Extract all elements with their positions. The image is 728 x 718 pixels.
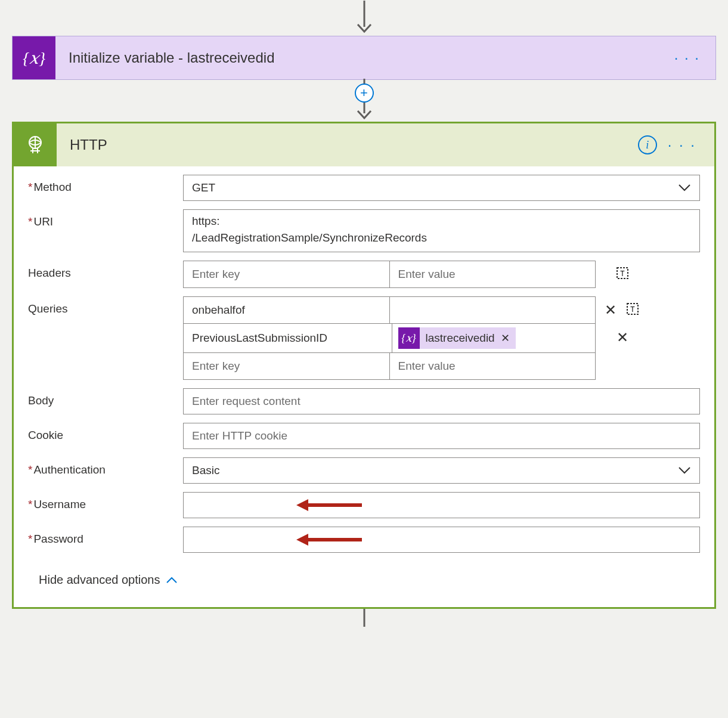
add-step-button[interactable]: +: [355, 83, 374, 103]
headers-text-mode-button[interactable]: T: [615, 265, 630, 284]
password-label: *Password: [28, 527, 183, 546]
flow-connector-bottom: [12, 609, 716, 627]
query2-key-input[interactable]: PreviousLastSubmissionID: [184, 324, 392, 352]
query1-delete-button[interactable]: ✕: [605, 302, 617, 318]
svg-text:T: T: [620, 270, 625, 278]
auth-select[interactable]: Basic: [183, 457, 700, 484]
password-input[interactable]: [183, 527, 700, 553]
method-select[interactable]: GET: [183, 175, 700, 201]
query1-key-input[interactable]: onbehalfof: [184, 297, 389, 323]
headers-table: Enter key Enter value: [183, 261, 596, 288]
cookie-label: Cookie: [28, 423, 183, 442]
queries-text-mode-button[interactable]: T: [625, 301, 640, 320]
step-title: Initialize variable - lastreceivedid: [55, 49, 659, 66]
variable-icon: {𝑥}: [13, 36, 55, 79]
auth-label: *Authentication: [28, 457, 183, 476]
headers-value-input[interactable]: Enter value: [389, 261, 596, 287]
svg-text:T: T: [630, 305, 635, 314]
query3-key-input[interactable]: Enter key: [184, 353, 389, 379]
queries-table: onbehalfof PreviousLastSubmissionID {𝑥} …: [183, 296, 596, 380]
queries-label: Queries: [28, 296, 183, 315]
uri-input[interactable]: https: /LeadRegistrationSample/Synchroni…: [183, 209, 700, 252]
hide-advanced-toggle[interactable]: Hide advanced options: [28, 561, 700, 589]
username-input[interactable]: [183, 492, 700, 518]
token-lastreceivedid[interactable]: {𝑥} lastreceivedid ✕: [398, 327, 516, 349]
http-icon: [14, 123, 57, 166]
query2-delete-button[interactable]: ✕: [617, 329, 628, 346]
body-input[interactable]: [183, 388, 700, 414]
step-menu-button[interactable]: · · ·: [659, 49, 715, 66]
http-title: HTTP: [57, 137, 638, 153]
username-label: *Username: [28, 492, 183, 511]
token-remove-button[interactable]: ✕: [501, 332, 510, 345]
uri-label: *URI: [28, 209, 183, 228]
query1-value-input[interactable]: [389, 297, 596, 323]
query2-value-input[interactable]: {𝑥} lastreceivedid ✕: [392, 324, 596, 352]
flow-connector-top: [12, 0, 716, 36]
step-http: HTTP i · · · *Method GET *URI: [12, 122, 716, 609]
chevron-up-icon: [166, 577, 178, 584]
flow-connector-mid: +: [12, 79, 716, 122]
cookie-input[interactable]: [183, 423, 700, 449]
headers-label: Headers: [28, 261, 183, 280]
step-initialize-variable[interactable]: {𝑥} Initialize variable - lastreceivedid…: [12, 36, 716, 80]
info-icon[interactable]: i: [638, 135, 657, 154]
http-menu-button[interactable]: · · ·: [668, 137, 714, 153]
variable-icon: {𝑥}: [398, 327, 420, 349]
method-label: *Method: [28, 175, 183, 194]
body-label: Body: [28, 388, 183, 407]
headers-key-input[interactable]: Enter key: [184, 261, 389, 287]
query3-value-input[interactable]: Enter value: [389, 353, 596, 379]
